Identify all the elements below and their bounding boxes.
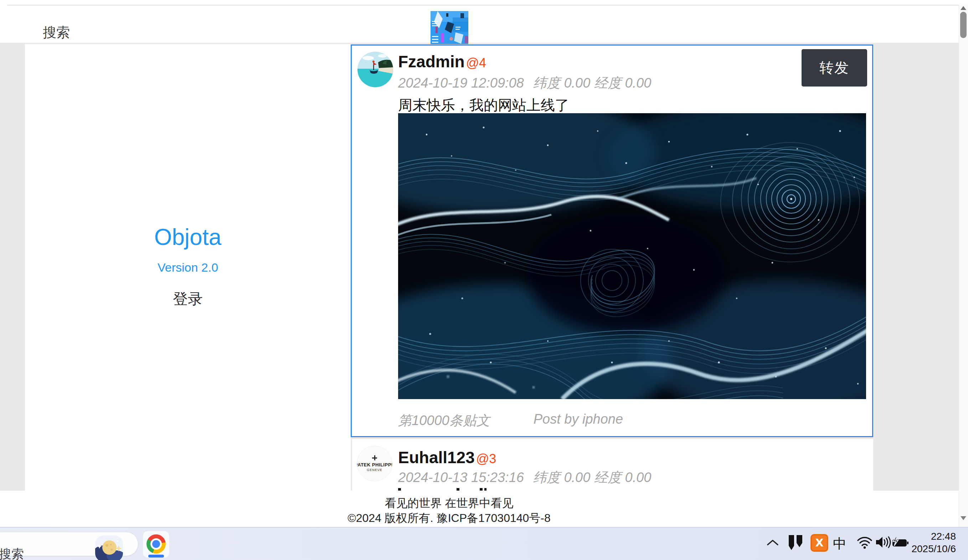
login-link[interactable]: 登录	[25, 289, 351, 309]
post-author-handle: @4	[466, 56, 486, 71]
patek-cross-emblem	[372, 455, 377, 460]
clipped-post-text-fragment	[398, 488, 401, 491]
post-photo-flowfield	[398, 113, 866, 399]
tray-chevron-up-icon[interactable]	[765, 536, 781, 549]
post-source-label: Post by iphone	[534, 411, 623, 430]
post-location: 纬度 0.00 经度 0.00	[533, 76, 651, 91]
post-card-selected: Fzadmin @4 2024-10-19 12:09:08纬度 0.00 经度…	[351, 45, 873, 437]
avatar-brand-line2: GENEVE	[367, 468, 383, 472]
chrome-icon	[146, 534, 166, 553]
xampp-tray-icon[interactable]: X	[810, 533, 829, 553]
site-logo-image[interactable]	[431, 11, 468, 48]
post-timestamp: 2024-10-19 12:09:08	[398, 76, 524, 91]
search-highlight-moon-icon[interactable]	[95, 535, 123, 560]
author-avatar-beach-photo[interactable]	[358, 51, 393, 87]
taskbar-search-label: 搜索	[0, 546, 24, 560]
taskbar-chrome-button[interactable]	[143, 531, 170, 558]
clipped-post-text-fragment	[457, 488, 459, 491]
navbar-search-link[interactable]: 搜索	[43, 23, 70, 42]
scrollbar-track[interactable]	[959, 5, 968, 527]
tray-app-banner-icon[interactable]	[786, 533, 805, 552]
clipped-post-text-fragment	[480, 488, 482, 491]
sidebar-panel: Objota Version 2.0 登录	[25, 44, 351, 491]
clipped-post-text-fragment	[484, 488, 486, 491]
clock-date: 2025/10/6	[877, 543, 956, 555]
post-card: PATEK PHILIPPE GENEVE Euhall123 @3 2024-…	[352, 439, 873, 491]
author-avatar-patek-logo[interactable]: PATEK PHILIPPE GENEVE	[357, 446, 393, 481]
post-author-handle: @3	[476, 451, 496, 466]
post-sequence-label: 第10000条贴文	[398, 411, 490, 430]
site-footer: 看见的世界 在世界中看见 ©2024 版权所有. 豫ICP备17030140号-…	[0, 491, 959, 527]
chrome-active-indicator	[148, 555, 164, 558]
footer-copyright: ©2024 版权所有. 豫ICP备17030140号-8	[25, 510, 873, 526]
repost-button[interactable]: 转发	[802, 49, 867, 86]
taskbar-clock[interactable]: 22:48 2025/10/6	[877, 530, 956, 555]
logo-abstract-art	[431, 11, 468, 48]
post-location: 纬度 0.00 经度 0.00	[533, 470, 651, 485]
post-author-name[interactable]: Fzadmin	[398, 52, 465, 71]
svg-text:X: X	[815, 537, 823, 549]
ime-indicator[interactable]: 中	[833, 535, 847, 553]
post-content-text: 周末快乐，我的网站上线了	[398, 96, 569, 115]
scrollbar-thumb[interactable]	[960, 12, 966, 38]
post-author-name[interactable]: Euhall123	[398, 448, 475, 467]
post-timestamp: 2024-10-13 15:23:16	[398, 470, 524, 485]
post-meta: 2024-10-19 12:09:08纬度 0.00 经度 0.00	[398, 74, 651, 92]
avatar-brand-line1: PATEK PHILIPPE	[357, 462, 393, 467]
clock-time: 22:48	[877, 530, 956, 543]
footer-slogan: 看见的世界 在世界中看见	[25, 496, 873, 511]
brand-title: Objota	[25, 224, 351, 250]
wifi-icon[interactable]	[855, 535, 874, 550]
scrollbar-up-icon[interactable]	[961, 6, 966, 10]
brand-version-link[interactable]: Version 2.0	[25, 261, 351, 274]
top-navbar: 搜索	[0, 6, 968, 44]
post-meta: 2024-10-13 15:23:16纬度 0.00 经度 0.00	[398, 469, 651, 487]
scrollbar-down-icon[interactable]	[961, 516, 966, 520]
taskbar-search-box[interactable]: 搜索	[0, 532, 138, 556]
